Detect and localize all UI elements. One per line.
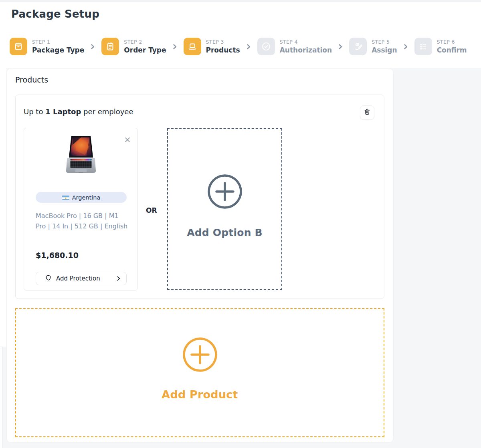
delete-group-button[interactable] — [360, 105, 374, 120]
checklist-icon — [414, 38, 432, 55]
step-eyebrow: STEP 6 — [437, 39, 467, 45]
chevron-right-icon — [338, 44, 343, 50]
left-divider — [2, 347, 2, 448]
step-label: Authorization — [280, 46, 332, 54]
step-eyebrow: STEP 3 — [206, 39, 240, 45]
shield-icon — [45, 274, 52, 283]
left-divider-cap — [0, 347, 2, 347]
country-label: Argentina — [72, 194, 101, 201]
chevron-right-icon — [246, 44, 251, 50]
chevron-right-icon — [90, 44, 95, 50]
page-title: Package Setup — [11, 8, 99, 20]
add-product-button[interactable]: Add Product — [15, 308, 384, 437]
limit-text: Up to 1 Laptop per employee — [24, 107, 133, 116]
step-label: Confirm — [437, 46, 467, 54]
notepad-icon — [101, 38, 119, 55]
products-panel: Products Up to 1 Laptop per employee — [6, 68, 394, 443]
trash-icon — [363, 108, 371, 117]
step-products[interactable]: STEP 3 Products — [184, 38, 240, 55]
step-label: Products — [206, 46, 240, 54]
step-assign[interactable]: STEP 5 Assign — [349, 38, 397, 55]
chevron-right-icon — [403, 44, 408, 50]
product-group-card: Up to 1 Laptop per employee — [15, 95, 384, 299]
add-protection-button[interactable]: Add Protection — [36, 272, 127, 285]
step-eyebrow: STEP 1 — [32, 39, 84, 45]
remove-product-icon[interactable] — [124, 136, 131, 143]
step-label: Package Type — [32, 46, 84, 54]
laptop-icon — [184, 38, 201, 55]
product-description: MacBook Pro | 16 GB | M1 Pro | 14 In | 5… — [36, 211, 129, 232]
chevron-right-icon — [172, 44, 178, 50]
plus-circle-icon — [206, 173, 243, 212]
panel-heading: Products — [15, 75, 48, 84]
add-product-label: Add Product — [16, 388, 384, 401]
step-package-type[interactable]: STEP 1 Package Type — [10, 38, 84, 55]
step-confirm[interactable]: STEP 6 Confirm — [414, 38, 467, 55]
step-order-type[interactable]: STEP 2 Order Type — [101, 38, 166, 55]
left-gutter — [2, 347, 6, 448]
argentina-flag-icon — [62, 195, 69, 200]
step-authorization[interactable]: STEP 4 Authorization — [257, 38, 332, 55]
product-price: $1,680.10 — [36, 251, 79, 260]
step-eyebrow: STEP 5 — [372, 39, 397, 45]
chevron-right-icon — [116, 276, 121, 281]
add-option-b-button[interactable]: Add Option B — [167, 128, 282, 290]
step-eyebrow: STEP 4 — [280, 39, 332, 45]
wizard-stepper: STEP 1 Package Type STEP 2 Order Type — [10, 38, 467, 55]
step-label: Order Type — [124, 46, 166, 54]
hand-sign-icon — [349, 38, 367, 55]
top-divider — [0, 0, 481, 2]
step-label: Assign — [372, 46, 397, 54]
plus-circle-icon — [182, 336, 218, 375]
add-protection-label: Add Protection — [56, 275, 100, 282]
package-setup-page: Package Setup STEP 1 Package Type — [0, 0, 481, 448]
step-eyebrow: STEP 2 — [124, 39, 166, 45]
check-circle-icon — [257, 38, 275, 55]
macbook-product-image — [58, 135, 104, 176]
country-badge: Argentina — [36, 192, 127, 203]
or-separator: OR — [146, 206, 157, 214]
add-option-b-label: Add Option B — [168, 227, 281, 238]
package-box-icon — [10, 38, 27, 55]
product-card-option-a: Argentina MacBook Pro | 16 GB | M1 Pro |… — [24, 128, 138, 291]
